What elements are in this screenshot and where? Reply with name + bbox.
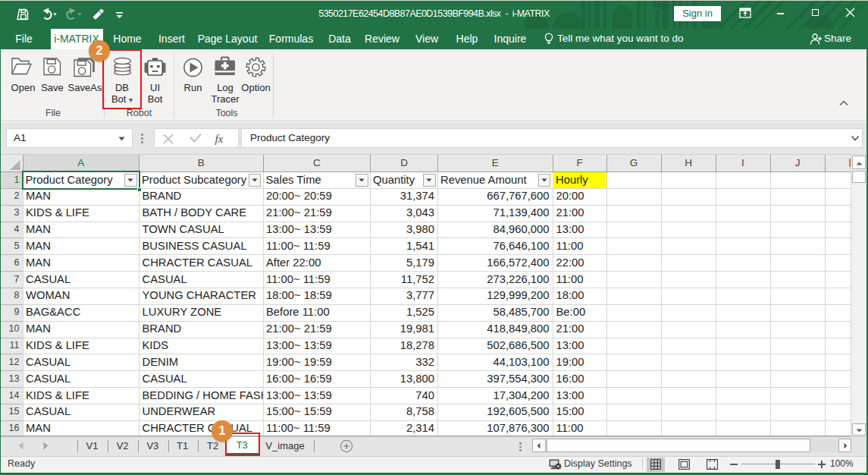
- svg-text:fx: fx: [215, 133, 224, 145]
